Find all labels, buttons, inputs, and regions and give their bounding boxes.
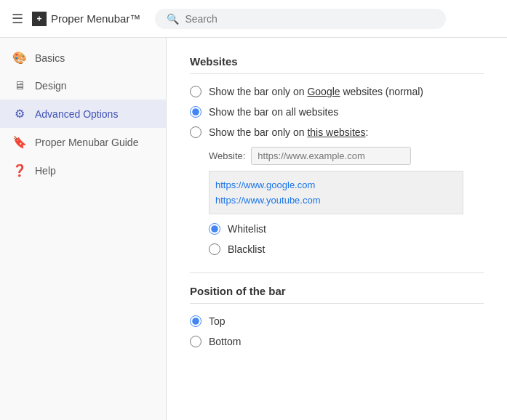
radio-whitelist-input[interactable] (209, 223, 220, 235)
radio-whitelist[interactable]: Whitelist (209, 223, 484, 235)
sidebar-item-basics[interactable]: 🎨 Basics (0, 44, 166, 72)
sidebar-item-design[interactable]: 🖥 Design (0, 72, 166, 100)
section-divider (190, 272, 484, 273)
main-content: Websites Show the bar only on Google web… (167, 38, 507, 420)
sidebar-label-guide: Proper Menubar Guide (35, 137, 138, 148)
position-section-title: Position of the bar (190, 285, 484, 304)
radio-blacklist-label: Blacklist (228, 243, 265, 255)
header: ☰ + Proper Menubar™ 🔍 (0, 0, 507, 38)
radio-all-websites-input[interactable] (190, 106, 201, 118)
this-website-underline: this websites (307, 126, 365, 138)
radio-bottom-input[interactable] (190, 336, 201, 347)
websites-section: Websites Show the bar only on Google web… (190, 55, 484, 255)
main-layout: 🎨 Basics 🖥 Design ⚙ Advanced Options 🔖 P… (0, 38, 507, 420)
radio-top[interactable]: Top (190, 315, 484, 327)
website-list: https://www.google.com https://www.youtu… (209, 171, 463, 214)
search-bar[interactable]: 🔍 (155, 9, 446, 29)
radio-all-websites[interactable]: Show the bar on all websites (190, 106, 484, 118)
radio-blacklist[interactable]: Blacklist (209, 243, 484, 255)
list-type-options: Whitelist Blacklist (209, 223, 484, 255)
radio-this-website[interactable]: Show the bar only on this websites: (190, 126, 484, 138)
sidebar-item-advanced-options[interactable]: ⚙ Advanced Options (0, 100, 166, 128)
radio-google-only-input[interactable] (190, 86, 201, 97)
help-icon: ❓ (12, 163, 28, 177)
radio-bottom[interactable]: Bottom (190, 336, 484, 347)
palette-icon: 🎨 (12, 51, 28, 65)
radio-top-input[interactable] (190, 315, 201, 327)
sidebar-label-basics: Basics (35, 52, 65, 64)
search-input[interactable] (185, 13, 434, 25)
sidebar-item-guide[interactable]: 🔖 Proper Menubar Guide (0, 128, 166, 156)
radio-google-only-label: Show the bar only on Google websites (no… (209, 86, 423, 97)
radio-this-website-input[interactable] (190, 126, 201, 138)
sidebar-label-help: Help (35, 165, 56, 177)
logo-box: + (32, 12, 47, 26)
logo-text: Proper Menubar™ (51, 12, 140, 25)
radio-bottom-label: Bottom (209, 336, 241, 347)
bookmark-icon: 🔖 (12, 135, 28, 149)
app-logo: + Proper Menubar™ (32, 12, 140, 26)
radio-this-website-label: Show the bar only on this websites: (209, 126, 368, 138)
google-underline: Google (307, 86, 340, 97)
website-input[interactable] (251, 147, 411, 165)
sidebar: 🎨 Basics 🖥 Design ⚙ Advanced Options 🔖 P… (0, 38, 167, 420)
websites-section-title: Websites (190, 55, 484, 74)
website-input-label: Website: (209, 150, 245, 161)
radio-whitelist-label: Whitelist (228, 223, 266, 235)
radio-all-websites-label: Show the bar on all websites (209, 106, 338, 118)
monitor-icon: 🖥 (12, 79, 28, 92)
search-icon: 🔍 (167, 13, 179, 25)
position-section: Position of the bar Top Bottom (190, 285, 484, 347)
sidebar-label-advanced-options: Advanced Options (35, 108, 118, 120)
radio-blacklist-input[interactable] (209, 243, 220, 255)
radio-google-only[interactable]: Show the bar only on Google websites (no… (190, 86, 484, 97)
sidebar-item-help[interactable]: ❓ Help (0, 156, 166, 185)
list-item[interactable]: https://www.google.com (215, 177, 457, 193)
radio-top-label: Top (209, 315, 225, 327)
list-item[interactable]: https://www.youtube.com (215, 193, 457, 208)
gear-icon: ⚙ (12, 107, 28, 121)
website-input-row: Website: (209, 147, 484, 165)
menu-icon[interactable]: ☰ (12, 11, 23, 27)
sidebar-label-design: Design (35, 80, 67, 92)
